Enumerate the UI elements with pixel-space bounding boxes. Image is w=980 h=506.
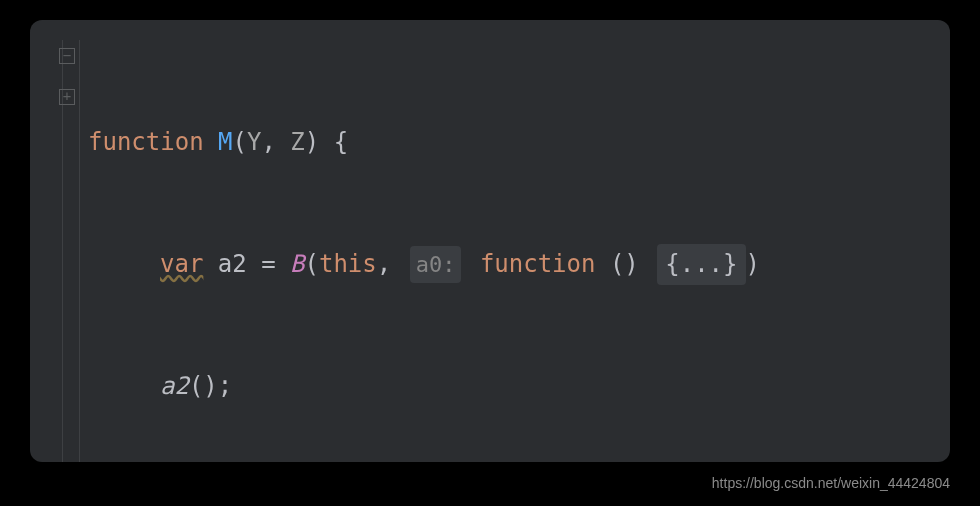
keyword-function-inline: function xyxy=(480,244,596,285)
code-line-2[interactable]: var a2 = B(this, a0: function () {...}) xyxy=(88,244,950,285)
keyword-function: function xyxy=(88,122,204,163)
collapsed-block[interactable]: {...} xyxy=(657,244,745,285)
code-content[interactable]: function M(Y, Z) { var a2 = B(this, a0: … xyxy=(80,40,950,462)
param-y: Y xyxy=(247,122,261,163)
fold-minus-icon[interactable]: − xyxy=(59,48,75,64)
code-line-3[interactable]: a2(); xyxy=(88,366,950,407)
call-a2: a2 xyxy=(160,366,189,407)
code-editor[interactable]: − + function M(Y, Z) { var a2 = B(this, … xyxy=(30,20,950,462)
function-name: M xyxy=(218,122,232,163)
watermark-text: https://blog.csdn.net/weixin_44424804 xyxy=(0,472,980,506)
keyword-var: var xyxy=(160,244,203,285)
code-line-1[interactable]: function M(Y, Z) { xyxy=(88,122,950,163)
editor-gutter: − + xyxy=(30,40,80,462)
param-hint-a0: a0: xyxy=(410,246,462,283)
param-z: Z xyxy=(290,122,304,163)
call-b: B xyxy=(290,244,304,285)
keyword-this: this xyxy=(319,244,377,285)
fold-plus-icon[interactable]: + xyxy=(59,89,75,105)
